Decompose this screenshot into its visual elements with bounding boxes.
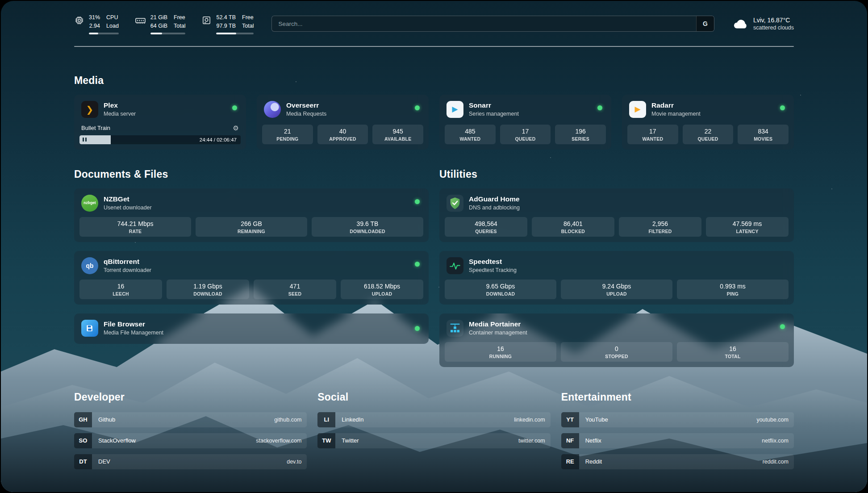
stat-filtered: 2,956 FILTERED xyxy=(619,217,701,237)
settings-gear-icon[interactable]: ⚙ xyxy=(233,125,239,131)
media-cards: ❯ Plex Media server Bullet Train ⚙ xyxy=(74,95,794,150)
stat-running: 16 RUNNING xyxy=(445,342,556,362)
bookmark-name: LinkedIn xyxy=(335,416,514,423)
search-input[interactable] xyxy=(271,16,714,32)
section-title-developer: Developer xyxy=(74,391,307,403)
cpu-monitor: 31% 2.94 CPU Load xyxy=(74,13,119,34)
status-online-dot xyxy=(780,105,785,110)
cloud-icon xyxy=(732,16,748,32)
disk-monitor: 52.4 TB 97.9 TB Free Total xyxy=(201,13,254,34)
status-online-dot xyxy=(415,199,420,204)
bookmark-url: linkedin.com xyxy=(514,417,550,423)
bookmark-name: Reddit xyxy=(579,458,763,465)
section-title-social: Social xyxy=(317,391,550,403)
bookmark-abbr: DT xyxy=(74,454,92,469)
cpu-label: CPU xyxy=(106,13,119,22)
cpu-load-value: 2.94 xyxy=(89,22,100,30)
bookmark-abbr: YT xyxy=(561,412,579,427)
pause-icon[interactable] xyxy=(83,138,87,142)
stat-downloaded: 39.6 TB DOWNLOADED xyxy=(312,217,423,237)
app-card-filebrowser[interactable]: File Browser Media File Management xyxy=(74,313,429,344)
main-columns: Documents & Files nzbget NZBGet Usenet d… xyxy=(74,168,794,367)
nzbget-icon: nzbget xyxy=(81,195,98,212)
plex-icon: ❯ xyxy=(81,101,98,118)
weather-location: Lviv, 16.87°C xyxy=(753,17,794,24)
bookmark-abbr: LI xyxy=(317,412,335,427)
app-card-overseerr[interactable]: Overseerr Media Requests 21 PENDING 40 A… xyxy=(257,95,429,150)
bookmark-name: Twitter xyxy=(335,437,518,444)
section-title-utilities: Utilities xyxy=(439,168,794,180)
app-name: Speedtest xyxy=(469,258,517,265)
top-bar: 31% 2.94 CPU Load xyxy=(74,13,794,34)
app-subtitle: Media Requests xyxy=(286,111,326,117)
stat-download: 1.19 Gbps DOWNLOAD xyxy=(167,280,249,299)
app-name: Plex xyxy=(104,101,136,109)
bookmark-reddit[interactable]: RE Reddit reddit.com xyxy=(561,454,794,469)
stat-blocked: 86,401 BLOCKED xyxy=(532,217,614,237)
section-title-media: Media xyxy=(74,75,794,87)
bookmark-dev[interactable]: DT DEV dev.to xyxy=(74,454,307,469)
bookmark-github[interactable]: GH Github github.com xyxy=(74,412,307,427)
disk-progress-bar xyxy=(216,33,254,34)
stat-remaining: 266 GB REMAINING xyxy=(196,217,307,237)
app-subtitle: Movie management xyxy=(651,111,701,117)
bookmark-netflix[interactable]: NF Netflix netflix.com xyxy=(561,433,794,448)
bookmark-name: DEV xyxy=(92,458,287,465)
stat-seed: 471 SEED xyxy=(254,280,336,299)
status-online-dot xyxy=(415,326,420,331)
ram-icon xyxy=(135,15,146,26)
stat-stopped: 0 STOPPED xyxy=(561,342,672,362)
search-engine-button[interactable]: G xyxy=(696,16,714,31)
stat-available: 945 AVAILABLE xyxy=(372,125,423,144)
bookmark-url: twitter.com xyxy=(518,438,551,444)
app-subtitle: Series management xyxy=(469,111,519,117)
app-name: Sonarr xyxy=(469,101,519,109)
status-online-dot xyxy=(232,105,237,110)
status-online-dot xyxy=(415,105,420,110)
playback-time: 24:44 / 02:06:47 xyxy=(200,135,237,144)
cpu-load-label: Load xyxy=(106,22,119,30)
snow-particles xyxy=(1,1,2,2)
disk-free-label: Free xyxy=(242,13,254,22)
bookmark-stackoverflow[interactable]: SO StackOverflow stackoverflow.com xyxy=(74,433,307,448)
bookmark-abbr: SO xyxy=(74,433,92,448)
app-name: NZBGet xyxy=(104,195,152,203)
bookmark-youtube[interactable]: YT YouTube youtube.com xyxy=(561,412,794,427)
bookmark-twitter[interactable]: TW Twitter twitter.com xyxy=(317,433,550,448)
stat-upload: 618.52 Mbps UPLOAD xyxy=(341,280,423,299)
app-card-plex[interactable]: ❯ Plex Media server Bullet Train ⚙ xyxy=(74,95,246,150)
ram-total-label: Total xyxy=(174,22,185,30)
stat-queries: 498,564 QUERIES xyxy=(445,217,527,237)
app-subtitle: Container management xyxy=(469,330,527,336)
app-name: Overseerr xyxy=(286,101,326,109)
now-playing-title: Bullet Train xyxy=(81,125,110,131)
app-subtitle: Speedtest Tracking xyxy=(469,267,517,273)
app-card-speedtest[interactable]: Speedtest Speedtest Tracking 9.65 Gbps D… xyxy=(439,251,794,305)
app-card-nzbget[interactable]: nzbget NZBGet Usenet downloader 744.21 M… xyxy=(74,188,429,242)
bookmark-linkedin[interactable]: LI LinkedIn linkedin.com xyxy=(317,412,550,427)
app-card-qbittorrent[interactable]: qb qBittorrent Torrent downloader 16 xyxy=(74,251,429,305)
app-card-portainer[interactable]: Media Portainer Container management 16 … xyxy=(439,313,794,367)
bookmark-name: StackOverflow xyxy=(92,437,256,444)
stat-download: 9.65 Gbps DOWNLOAD xyxy=(445,280,556,299)
header-divider xyxy=(74,46,794,47)
weather-widget[interactable]: Lviv, 16.87°C scattered clouds xyxy=(732,16,794,32)
stat-total: 16 TOTAL xyxy=(677,342,789,362)
app-card-adguard[interactable]: AdGuard Home DNS and adblocking 498,564 … xyxy=(439,188,794,242)
portainer-crane-icon xyxy=(447,320,463,337)
bookmark-name: Github xyxy=(92,416,274,423)
ram-progress-bar xyxy=(150,33,186,34)
app-card-sonarr[interactable]: ▶ Sonarr Series management 485 WANTED 17 xyxy=(439,95,611,150)
stat-queued: 22 QUEUED xyxy=(683,125,734,144)
ram-total-value: 64 GiB xyxy=(150,22,167,30)
adguard-shield-icon xyxy=(447,195,463,212)
app-card-radarr[interactable]: ▶ Radarr Movie management 17 WANTED 22 xyxy=(622,95,794,150)
bookmark-name: Netflix xyxy=(579,437,762,444)
app-subtitle: Media server xyxy=(104,111,136,117)
playback-progress-bar[interactable]: 24:44 / 02:06:47 xyxy=(79,135,241,144)
cpu-icon xyxy=(74,15,84,25)
app-subtitle: Torrent downloader xyxy=(104,267,151,273)
ram-monitor: 21 GiB 64 GiB Free Total xyxy=(135,13,186,34)
ram-free-label: Free xyxy=(174,13,185,22)
bookmark-url: reddit.com xyxy=(763,459,794,465)
